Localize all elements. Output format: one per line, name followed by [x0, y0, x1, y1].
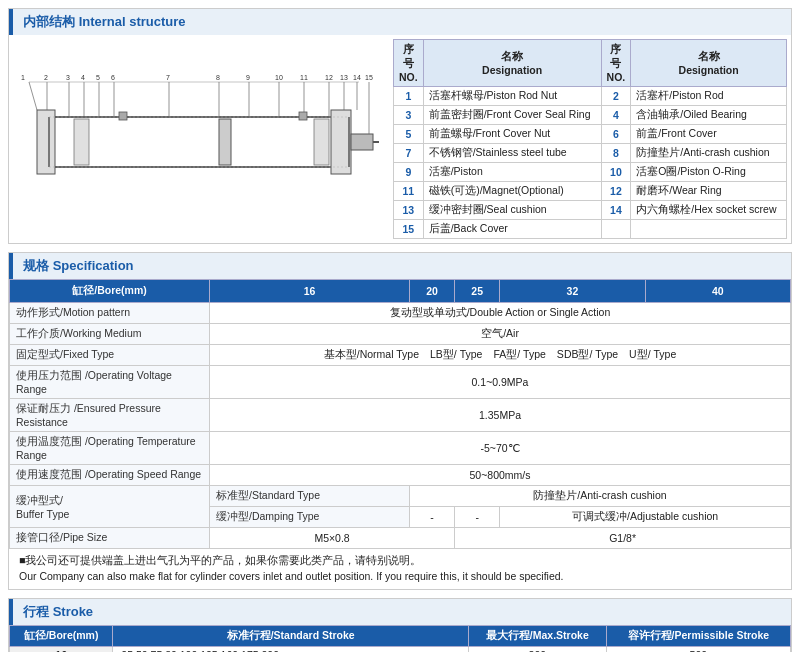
part-number: 14 — [601, 201, 631, 220]
part-number: 1 — [394, 87, 424, 106]
spec-row-buffer-standard: 缓冲型式/Buffer Type 标准型/Standard Type 防撞垫片/… — [10, 486, 791, 507]
pressure-label: 使用压力范围 /Operating Voltage Range — [10, 366, 210, 399]
spec-note: ■我公司还可提供端盖上进出气孔为平的产品，如果你需要此类产品，请特别说明。 Ou… — [9, 549, 791, 589]
svg-rect-43 — [74, 119, 89, 165]
stroke-table: 缸径/Bore(mm) 标准行程/Standard Stroke 最大行程/Ma… — [9, 625, 791, 653]
part-name: 前盖密封圈/Front Cover Seal Ring — [423, 106, 601, 125]
spec-header-row: 缸径/Bore(mm) 16 20 25 32 40 — [10, 280, 791, 303]
internal-structure-title-cn: 内部结构 — [23, 14, 75, 29]
spec-note-en: Our Company can also make flat for cylin… — [19, 570, 564, 582]
pipe-value-small: M5×0.8 — [210, 528, 455, 549]
spec-row-fixed: 固定型式/Fixed Type 基本型/Normal Type LB型/ Typ… — [10, 345, 791, 366]
part-name: 内六角螺栓/Hex socket screw — [631, 201, 787, 220]
stroke-bore-header: 缸径/Bore(mm) — [10, 625, 113, 646]
spec-title-en: Specification — [53, 258, 134, 273]
internal-structure-title-en: Internal structure — [79, 14, 186, 29]
spec-bore-25: 25 — [455, 280, 500, 303]
spec-row-medium: 工作介质/Working Medium 空气/Air — [10, 324, 791, 345]
spec-row-ensured: 保证耐压力 /Ensured Pressure Resistance 1.35M… — [10, 399, 791, 432]
parts-table-header-row: 序号NO. 名称Designation 序号NO. 名称Designation — [394, 40, 787, 87]
part-name: 活塞杆螺母/Piston Rod Nut — [423, 87, 601, 106]
svg-text:3: 3 — [66, 74, 70, 81]
temp-label: 使用温度范围 /Operating Temperature Range — [10, 432, 210, 465]
part-number: 12 — [601, 182, 631, 201]
part-name: 防撞垫片/Anti-crash cushion — [631, 144, 787, 163]
parts-table-row: 13缓冲密封圈/Seal cushion14内六角螺栓/Hex socket s… — [394, 201, 787, 220]
parts-table-area: 序号NO. 名称Designation 序号NO. 名称Designation … — [389, 35, 791, 243]
speed-label: 使用速度范围 /Operating Speed Range — [10, 465, 210, 486]
part-number: 2 — [601, 87, 631, 106]
part-number: 8 — [601, 144, 631, 163]
stroke-header-row: 缸径/Bore(mm) 标准行程/Standard Stroke 最大行程/Ma… — [10, 625, 791, 646]
internal-structure-content: 1 2 3 4 5 6 7 8 9 10 — [9, 35, 791, 243]
parts-table-row: 3前盖密封圈/Front Cover Seal Ring4含油轴承/Oiled … — [394, 106, 787, 125]
svg-text:12: 12 — [325, 74, 333, 81]
part-name: 不锈钢管/Stainless steel tube — [423, 144, 601, 163]
buffer-damp-value: 可调式缓冲/Adjustable cushion — [500, 507, 791, 528]
part-number: 13 — [394, 201, 424, 220]
spec-row-motion: 动作形式/Motion pattern 复动型或单动式/Double Actio… — [10, 303, 791, 324]
speed-value: 50~800mm/s — [210, 465, 791, 486]
svg-text:11: 11 — [300, 74, 308, 81]
part-name: 前盖/Front Cover — [631, 125, 787, 144]
stroke-perm: 500 — [606, 646, 790, 652]
buffer-damp-16: - — [410, 507, 455, 528]
stroke-max-header: 最大行程/Max.Stroke — [468, 625, 606, 646]
svg-rect-44 — [314, 119, 329, 165]
spec-row-pressure: 使用压力范围 /Operating Voltage Range 0.1~0.9M… — [10, 366, 791, 399]
part-name: 含油轴承/Oiled Bearing — [631, 106, 787, 125]
fixed-value: 基本型/Normal Type LB型/ Type FA型/ Type SDB型… — [210, 345, 791, 366]
col-no-1: 序号NO. — [394, 40, 424, 87]
spec-row-temp: 使用温度范围 /Operating Temperature Range -5~7… — [10, 432, 791, 465]
internal-structure-header: 内部结构 Internal structure — [9, 9, 791, 35]
part-number: 9 — [394, 163, 424, 182]
part-name: 活塞杆/Piston Rod — [631, 87, 787, 106]
parts-table-row: 7不锈钢管/Stainless steel tube8防撞垫片/Anti-cra… — [394, 144, 787, 163]
stroke-standard-header: 标准行程/Standard Stroke — [113, 625, 469, 646]
part-name: 前盖螺母/Front Cover Nut — [423, 125, 601, 144]
part-name: 活塞/Piston — [423, 163, 601, 182]
internal-structure-section: 内部结构 Internal structure — [8, 8, 792, 244]
buffer-label: 缓冲型式/Buffer Type — [10, 486, 210, 528]
svg-rect-1 — [37, 110, 55, 174]
part-name: 磁铁(可选)/Magnet(Optional) — [423, 182, 601, 201]
part-number: 7 — [394, 144, 424, 163]
pipe-label: 接管口径/Pipe Size — [10, 528, 210, 549]
diagram-area: 1 2 3 4 5 6 7 8 9 10 — [9, 35, 389, 243]
specification-section: 规格 Specification 缸径/Bore(mm) 16 20 25 32… — [8, 252, 792, 590]
parts-table-row: 15后盖/Back Cover — [394, 220, 787, 239]
svg-rect-42 — [299, 112, 307, 120]
svg-rect-41 — [119, 112, 127, 120]
col-designation-1: 名称Designation — [423, 40, 601, 87]
svg-text:7: 7 — [166, 74, 170, 81]
part-number: 10 — [601, 163, 631, 182]
cylinder-diagram: 1 2 3 4 5 6 7 8 9 10 — [19, 62, 379, 217]
svg-text:4: 4 — [81, 74, 85, 81]
svg-text:6: 6 — [111, 74, 115, 81]
stroke-bore: 16 — [10, 646, 113, 652]
spec-table: 缸径/Bore(mm) 16 20 25 32 40 动作形式/Motion p… — [9, 279, 791, 549]
specification-header: 规格 Specification — [9, 253, 791, 279]
parts-table-row: 5前盖螺母/Front Cover Nut6前盖/Front Cover — [394, 125, 787, 144]
medium-value: 空气/Air — [210, 324, 791, 345]
part-number: 3 — [394, 106, 424, 125]
spec-row-pipe: 接管口径/Pipe Size M5×0.8 G1/8* — [10, 528, 791, 549]
spec-title-cn: 规格 — [23, 258, 49, 273]
svg-text:13: 13 — [340, 74, 348, 81]
buffer-damp-20: - — [455, 507, 500, 528]
part-number: 5 — [394, 125, 424, 144]
spec-bore-32: 32 — [500, 280, 645, 303]
svg-text:9: 9 — [246, 74, 250, 81]
part-number: 15 — [394, 220, 424, 239]
svg-rect-0 — [49, 117, 349, 167]
stroke-title-en: Stroke — [53, 604, 93, 619]
part-number: 4 — [601, 106, 631, 125]
col-no-2: 序号NO. — [601, 40, 631, 87]
svg-text:1: 1 — [21, 74, 25, 81]
svg-text:10: 10 — [275, 74, 283, 81]
svg-rect-3 — [351, 134, 373, 150]
stroke-title-cn: 行程 — [23, 604, 49, 619]
medium-label: 工作介质/Working Medium — [10, 324, 210, 345]
parts-table-row: 11磁铁(可选)/Magnet(Optional)12耐磨环/Wear Ring — [394, 182, 787, 201]
stroke-section: 行程 Stroke 缸径/Bore(mm) 标准行程/Standard Stro… — [8, 598, 792, 653]
